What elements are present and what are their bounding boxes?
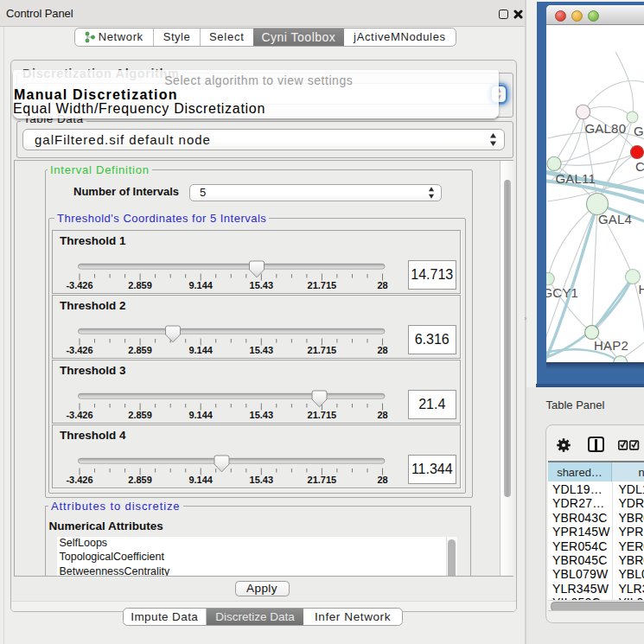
svg-text:HAP2: HAP2 <box>594 338 628 353</box>
svg-text:9.144: 9.144 <box>188 474 213 484</box>
svg-text:GA: GA <box>634 124 644 138</box>
svg-text:GAL80: GAL80 <box>585 121 627 136</box>
svg-text:21.715: 21.715 <box>308 344 337 354</box>
svg-text:15.43: 15.43 <box>250 409 274 419</box>
svg-text:2.859: 2.859 <box>128 344 152 354</box>
svg-text:H: H <box>639 282 644 296</box>
svg-text:9.144: 9.144 <box>188 409 213 419</box>
svg-text:15.43: 15.43 <box>250 344 274 354</box>
svg-text:21.715: 21.715 <box>308 279 337 290</box>
svg-text:2.859: 2.859 <box>128 409 152 419</box>
svg-text:-3.426: -3.426 <box>66 409 92 419</box>
svg-text:15.43: 15.43 <box>250 279 274 290</box>
svg-text:-3.426: -3.426 <box>66 279 92 290</box>
svg-text:9.144: 9.144 <box>188 279 213 290</box>
svg-text:2.859: 2.859 <box>128 474 152 484</box>
svg-text:GAL11: GAL11 <box>556 171 596 186</box>
svg-text:28: 28 <box>377 279 387 290</box>
svg-text:21.715: 21.715 <box>308 409 337 419</box>
svg-text:GAL4: GAL4 <box>598 212 632 226</box>
svg-text:GCY1: GCY1 <box>546 285 578 300</box>
svg-text:28: 28 <box>377 344 387 354</box>
svg-text:9.144: 9.144 <box>188 344 213 354</box>
svg-text:2.859: 2.859 <box>128 279 152 290</box>
svg-text:28: 28 <box>377 409 387 419</box>
svg-text:-3.426: -3.426 <box>66 474 92 484</box>
svg-text:C: C <box>635 159 644 174</box>
svg-text:28: 28 <box>377 474 387 484</box>
svg-text:-3.426: -3.426 <box>66 344 92 354</box>
svg-text:21.715: 21.715 <box>308 474 337 484</box>
svg-text:15.43: 15.43 <box>250 474 274 484</box>
